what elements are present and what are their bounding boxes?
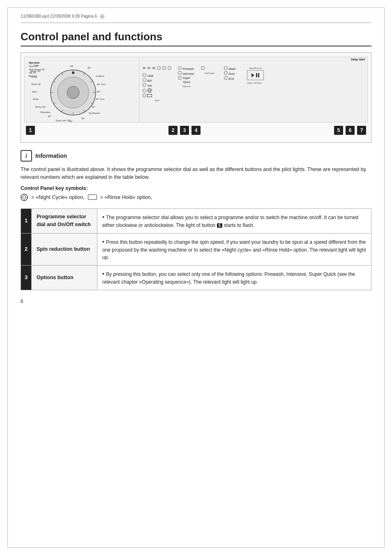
row-2-label: Spin reduction button <box>32 233 97 265</box>
door-light: Door <box>224 71 240 75</box>
row-3-label: Options button <box>32 265 97 290</box>
start-pause-box <box>247 70 264 80</box>
svg-point-2 <box>67 86 79 99</box>
time-indicator-1 <box>157 66 161 70</box>
speed-1400: 1400 <box>143 73 171 77</box>
spin-section-label: Spin <box>143 99 171 102</box>
information-box: i Information <box>21 150 371 162</box>
functions-table: 1 Programme selector dial and On/Off swi… <box>21 208 371 290</box>
halfload-section-label: Half load <box>201 72 217 74</box>
svg-text:60°: 60° <box>97 90 101 93</box>
svg-text:Sport Shoes 40°: Sport Shoes 40° <box>29 68 45 71</box>
svg-text:Sport 40°: Sport 40° <box>29 65 38 67</box>
svg-text:40°: 40° <box>92 106 96 108</box>
quick-label: Quick <box>178 81 194 83</box>
badge-2: 2 <box>168 126 178 135</box>
row-1-label: Programme selector dial and On/Off switc… <box>32 208 97 233</box>
page-title: Control panel and functions <box>21 30 371 46</box>
svg-text:Specials: Specials <box>29 61 40 65</box>
svg-point-42 <box>149 90 151 92</box>
right-lights-column: Wash Door End <box>224 66 240 119</box>
key-symbols-row: = «Night Cycle» option, = «Rinse Hold» o… <box>21 194 371 201</box>
svg-text:80° Eco: 80° Eco <box>97 83 106 86</box>
svg-text:Wool 40°: Wool 40° <box>31 83 42 86</box>
svg-text:50°: 50° <box>81 117 85 120</box>
svg-text:Mini 30°: Mini 30° <box>29 75 37 77</box>
badge-3: 3 <box>180 126 189 135</box>
row-2-desc: •Press this button repeatedly to change … <box>97 233 371 265</box>
svg-text:Easy Iron 40°: Easy Iron 40° <box>56 119 71 122</box>
crosshair-icon: ⊕ <box>99 12 105 20</box>
badge-4: 4 <box>191 126 201 135</box>
svg-text:Drain: Drain <box>33 98 39 100</box>
options-column: Prewash Intensive Super Quick Options <box>178 66 194 119</box>
wash-light: Wash <box>224 66 240 70</box>
table-row: 3 Options button •By pressing this butto… <box>21 265 371 290</box>
rinse-hold-text: = «Rinse Hold» option, <box>100 194 152 200</box>
control-panel-diagram: Off 90° Cottons 80° Eco 60° 40° Eco 40° … <box>21 52 371 143</box>
time-indicator-2 <box>162 66 166 70</box>
svg-text:Rinse 30°: Rinse 30° <box>35 106 46 108</box>
table-row: 2 Spin reduction button •Press this butt… <box>21 233 371 265</box>
intensive-option: Intensive <box>178 71 194 75</box>
svg-text:Cottons: Cottons <box>96 75 104 77</box>
superquick-option: Super <box>178 76 194 80</box>
dial-panel: Off 90° Cottons 80° Eco 60° 40° Eco 40° … <box>24 57 139 123</box>
startpause-column: Start/Pause ZWF 1870Str <box>247 66 264 119</box>
night-cycle-text: = «Night Cycle» option, <box>31 194 85 200</box>
svg-point-15 <box>72 72 74 74</box>
play-icon <box>251 73 254 77</box>
svg-text:Synthetics: Synthetics <box>89 112 100 114</box>
row-3-num: 3 <box>21 265 32 290</box>
halfload-circle <box>201 66 217 70</box>
dial-svg: Off 90° Cottons 80° Eco 60° 40° Eco 40° … <box>28 60 135 125</box>
svg-text:Delicates: Delicates <box>40 111 51 113</box>
speed-rinse <box>143 94 171 97</box>
svg-text:40°: 40° <box>48 115 52 118</box>
header-text: 132960380.qxd 22/09/2008 9.09 Pagina 6 <box>21 14 97 18</box>
info-letter: i <box>25 153 27 159</box>
info-paragraph: The control panel is illustrated above. … <box>21 166 371 181</box>
model-text: ZWF 1870Str <box>247 82 264 84</box>
badge-1: 1 <box>26 126 35 135</box>
rinse-hold-icon <box>88 194 97 200</box>
night-cycle-icon <box>21 194 28 201</box>
diagram-badges: 1 2 3 4 5 6 7 <box>24 126 368 135</box>
svg-text:Silk 30°: Silk 30° <box>29 72 37 74</box>
end-light: End <box>224 76 240 80</box>
row-2-num: 2 <box>21 233 32 265</box>
spin-column: 3h 6h 9h 1400 900 700 <box>143 66 171 119</box>
speed-900: 900 <box>143 78 171 82</box>
delay-label: Delay Start <box>350 58 365 61</box>
key-symbols-heading: Control Panel key symbols: <box>21 185 371 191</box>
prewash-option: Prewash <box>178 66 194 70</box>
badge-7: 7 <box>357 126 366 135</box>
time-indicator-3 <box>168 66 171 70</box>
pause-icon <box>256 73 259 77</box>
speed-700: 700 <box>143 83 171 87</box>
svg-point-44 <box>23 196 26 199</box>
svg-text:90°: 90° <box>88 67 92 69</box>
info-icon: i <box>21 150 32 162</box>
page-number: 6 <box>21 298 371 304</box>
row-1-desc: •The programme selector dial allows you … <box>97 208 371 233</box>
row-3-desc: •By pressing this button, you can select… <box>97 265 371 290</box>
svg-text:Spin: Spin <box>32 90 37 93</box>
speed-night <box>143 88 171 93</box>
svg-text:Off: Off <box>70 65 73 67</box>
table-row: 1 Programme selector dial and On/Off swi… <box>21 208 371 233</box>
options-section-label: Options <box>178 85 194 88</box>
info-title: Information <box>35 150 67 162</box>
halfload-column: Half load <box>201 66 217 119</box>
time-options-row: 3h 6h 9h <box>143 66 171 70</box>
header-meta: 132960380.qxd 22/09/2008 9.09 Pagina 6 ⊕ <box>21 12 371 23</box>
buttons-panel: Delay Start Delay Start 3h 6h 9h <box>139 57 368 123</box>
badge-5: 5 <box>334 126 343 135</box>
svg-text:40° Eco: 40° Eco <box>96 98 105 100</box>
badge-6: 6 <box>346 126 355 135</box>
startpause-label: Start/Pause <box>247 67 264 69</box>
svg-point-41 <box>148 88 152 92</box>
row-1-num: 1 <box>21 208 32 233</box>
